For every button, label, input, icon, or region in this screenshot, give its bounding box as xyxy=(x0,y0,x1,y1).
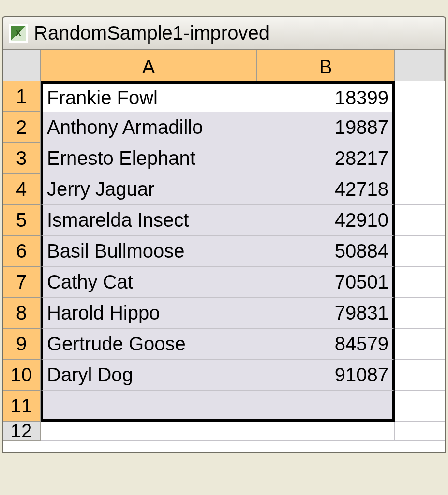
row-header[interactable]: 1 xyxy=(3,81,41,112)
cell[interactable] xyxy=(395,236,445,267)
cell[interactable]: 18399 xyxy=(257,81,395,112)
row-header[interactable]: 9 xyxy=(3,329,41,360)
cell[interactable] xyxy=(395,143,445,174)
row-header[interactable]: 4 xyxy=(3,174,41,205)
cell[interactable] xyxy=(41,391,257,422)
cell[interactable] xyxy=(395,112,445,143)
cell[interactable] xyxy=(395,174,445,205)
cell[interactable]: Cathy Cat xyxy=(41,267,257,298)
cell[interactable] xyxy=(41,422,257,441)
row-header[interactable]: 6 xyxy=(3,236,41,267)
cell[interactable]: 79831 xyxy=(257,298,395,329)
row-header[interactable]: 8 xyxy=(3,298,41,329)
row-header[interactable]: 2 xyxy=(3,112,41,143)
row-header[interactable]: 3 xyxy=(3,143,41,174)
cell[interactable]: Anthony Armadillo xyxy=(41,112,257,143)
column-header-c[interactable] xyxy=(395,50,445,84)
cell[interactable]: 42910 xyxy=(257,205,395,236)
cell[interactable]: Gertrude Goose xyxy=(41,329,257,360)
workbook-window: RandomSample1-improved A B 1 Frankie Fow… xyxy=(2,16,446,453)
cell[interactable] xyxy=(395,205,445,236)
cell[interactable]: 84579 xyxy=(257,329,395,360)
row-header[interactable]: 5 xyxy=(3,205,41,236)
cell[interactable]: Ernesto Elephant xyxy=(41,143,257,174)
cell[interactable]: Jerry Jaguar xyxy=(41,174,257,205)
select-all-button[interactable] xyxy=(3,50,41,84)
worksheet: A B 1 Frankie Fowl 18399 2 Anthony Armad… xyxy=(3,50,445,452)
cell[interactable]: 91087 xyxy=(257,360,395,391)
cell[interactable] xyxy=(395,422,445,441)
column-header-b[interactable]: B xyxy=(257,50,395,84)
cell[interactable]: Daryl Dog xyxy=(41,360,257,391)
workbook-title: RandomSample1-improved xyxy=(34,22,269,44)
cell[interactable] xyxy=(257,391,395,422)
cell[interactable]: Ismarelda Insect xyxy=(41,205,257,236)
cell[interactable]: Harold Hippo xyxy=(41,298,257,329)
row-header[interactable]: 7 xyxy=(3,267,41,298)
cell[interactable] xyxy=(395,329,445,360)
excel-icon xyxy=(9,24,28,43)
row-header[interactable]: 11 xyxy=(3,391,41,422)
cell[interactable]: 42718 xyxy=(257,174,395,205)
cell[interactable] xyxy=(395,360,445,391)
cell[interactable] xyxy=(395,391,445,422)
cell[interactable]: 28217 xyxy=(257,143,395,174)
row-header[interactable]: 10 xyxy=(3,360,41,391)
cell[interactable]: Basil Bullmoose xyxy=(41,236,257,267)
cell-grid: A B 1 Frankie Fowl 18399 2 Anthony Armad… xyxy=(3,50,445,452)
row-header[interactable]: 12 xyxy=(3,422,41,441)
cell[interactable] xyxy=(257,422,395,441)
cell[interactable]: Frankie Fowl xyxy=(41,81,257,112)
cell[interactable]: 70501 xyxy=(257,267,395,298)
cell[interactable]: 50884 xyxy=(257,236,395,267)
cell[interactable] xyxy=(395,298,445,329)
titlebar[interactable]: RandomSample1-improved xyxy=(3,17,445,50)
cell[interactable] xyxy=(395,267,445,298)
column-header-a[interactable]: A xyxy=(41,50,257,84)
cell[interactable]: 19887 xyxy=(257,112,395,143)
cell[interactable] xyxy=(395,81,445,112)
